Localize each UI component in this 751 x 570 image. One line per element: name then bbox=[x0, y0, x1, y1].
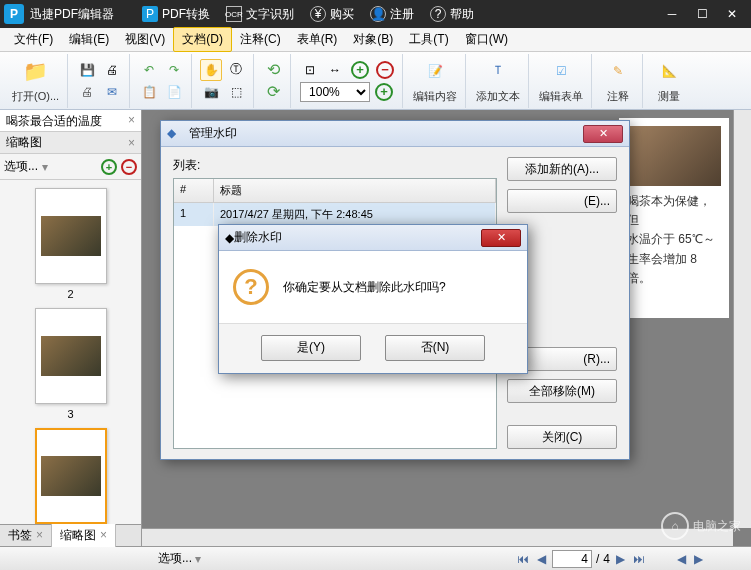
thumb-zoom-out-icon[interactable]: − bbox=[121, 159, 137, 175]
vertical-scrollbar[interactable] bbox=[733, 110, 751, 528]
page-image bbox=[627, 126, 721, 186]
top-help[interactable]: ?帮助 bbox=[430, 6, 474, 23]
page-navigator: ⏮ ◀ / 4 ▶ ⏭ ◀ ▶ bbox=[515, 550, 705, 568]
copy-icon[interactable]: 📋 bbox=[138, 81, 160, 103]
rotate-cw-icon[interactable]: ⟳ bbox=[262, 81, 284, 103]
thumbnail-page-2[interactable]: 2 bbox=[26, 188, 116, 300]
thumb-zoom-in-icon[interactable]: + bbox=[101, 159, 117, 175]
thumbnails-panel-header: 缩略图 × bbox=[0, 132, 141, 154]
ribbon-edit-form[interactable]: ☑ 编辑表单 bbox=[531, 54, 592, 108]
undo-icon[interactable]: ↶ bbox=[138, 59, 160, 81]
last-page-button[interactable]: ⏭ bbox=[631, 552, 647, 566]
next-page-button[interactable]: ▶ bbox=[614, 552, 627, 566]
dialog-close-button[interactable]: ✕ bbox=[583, 125, 623, 143]
ribbon-zoom-group: ⊡ ↔ + − 100% + bbox=[293, 54, 403, 108]
thumbnail-page-3[interactable]: 3 bbox=[26, 308, 116, 420]
column-title[interactable]: 标题 bbox=[214, 179, 496, 202]
ribbon-annotate[interactable]: ✎ 注释 bbox=[594, 54, 643, 108]
top-pdf-convert[interactable]: PPDF转换 bbox=[142, 6, 210, 23]
snapshot-icon[interactable]: 📷 bbox=[200, 81, 222, 103]
confirm-close-button[interactable]: ✕ bbox=[481, 229, 521, 247]
column-number[interactable]: # bbox=[174, 179, 214, 202]
menu-view[interactable]: 视图(V) bbox=[117, 28, 173, 51]
zoom-in-icon[interactable]: + bbox=[349, 59, 371, 81]
thumbnails-options-bar: 选项... ▾ + − bbox=[0, 154, 141, 180]
dialog-title-text: 管理水印 bbox=[189, 125, 237, 142]
page-number-input[interactable] bbox=[552, 550, 592, 568]
printer-icon[interactable]: 🖨 bbox=[76, 81, 98, 103]
menu-form[interactable]: 表单(R) bbox=[289, 28, 346, 51]
zoom-out-icon[interactable]: − bbox=[374, 59, 396, 81]
app-logo-icon: P bbox=[4, 4, 24, 24]
title-bar: P 迅捷PDF编辑器 PPDF转换 OCR文字识别 ¥购买 👤注册 ?帮助 ─ … bbox=[0, 0, 751, 28]
ribbon-history-group: ↶ ↷ 📋 📄 bbox=[132, 54, 192, 108]
yen-icon: ¥ bbox=[310, 6, 326, 22]
menu-tools[interactable]: 工具(T) bbox=[401, 28, 456, 51]
prev-page-button[interactable]: ◀ bbox=[535, 552, 548, 566]
remove-all-button[interactable]: 全部移除(M) bbox=[507, 379, 617, 403]
menu-document[interactable]: 文档(D) bbox=[173, 27, 232, 52]
confirm-message: 你确定要从文档删除此水印吗? bbox=[283, 279, 446, 296]
edit-form-icon: ☑ bbox=[545, 58, 577, 84]
nav-forward-button[interactable]: ▶ bbox=[692, 552, 705, 566]
mail-icon[interactable]: ✉ bbox=[101, 81, 123, 103]
tab-thumbnails[interactable]: 缩略图× bbox=[52, 524, 116, 547]
ribbon-add-text[interactable]: Ｔ 添加文本 bbox=[468, 54, 529, 108]
annotate-icon: ✎ bbox=[602, 58, 634, 84]
no-button[interactable]: 否(N) bbox=[385, 335, 485, 361]
horizontal-scrollbar[interactable] bbox=[142, 528, 733, 546]
top-register[interactable]: 👤注册 bbox=[370, 6, 414, 23]
zoom-plus-icon[interactable]: + bbox=[373, 81, 395, 103]
menu-file[interactable]: 文件(F) bbox=[6, 28, 61, 51]
top-buy[interactable]: ¥购买 bbox=[310, 6, 354, 23]
close-button[interactable]: 关闭(C) bbox=[507, 425, 617, 449]
window-close-button[interactable]: ✕ bbox=[717, 0, 747, 28]
window-maximize-button[interactable]: ☐ bbox=[687, 0, 717, 28]
thumbnail-page-4[interactable]: 4 bbox=[26, 428, 116, 524]
rotate-ccw-icon[interactable]: ⟲ bbox=[262, 59, 284, 81]
panel-close-icon[interactable]: × bbox=[128, 136, 135, 150]
open-label: 打开(O)... bbox=[12, 89, 59, 104]
zoom-select[interactable]: 100% bbox=[300, 82, 370, 102]
confirm-titlebar[interactable]: ◆ 删除水印 ✕ bbox=[219, 225, 527, 251]
print-icon[interactable]: 🖨 bbox=[101, 59, 123, 81]
edit-button[interactable]: (E)... bbox=[507, 189, 617, 213]
menu-object[interactable]: 对象(B) bbox=[345, 28, 401, 51]
document-tab[interactable]: 喝茶最合适的温度 × bbox=[0, 110, 141, 132]
redo-icon[interactable]: ↷ bbox=[163, 59, 185, 81]
text-select-icon[interactable]: Ⓣ bbox=[225, 59, 247, 81]
thumbnails-list[interactable]: 2 3 4 bbox=[0, 180, 141, 524]
select-icon[interactable]: ⬚ bbox=[225, 81, 247, 103]
first-page-button[interactable]: ⏮ bbox=[515, 552, 531, 566]
open-icon[interactable]: 📁 bbox=[20, 58, 52, 84]
delete-watermark-confirm-dialog: ◆ 删除水印 ✕ ? 你确定要从文档删除此水印吗? 是(Y) 否(N) bbox=[218, 224, 528, 374]
status-options[interactable]: 选项... ▾ bbox=[158, 550, 201, 567]
house-icon: ⌂ bbox=[661, 512, 689, 540]
ribbon-file-group: 💾 🖨 🖨 ✉ bbox=[70, 54, 130, 108]
sidebar-tabs: 书签× 缩略图× bbox=[0, 524, 141, 546]
yes-button[interactable]: 是(Y) bbox=[261, 335, 361, 361]
add-new-button[interactable]: 添加新的(A)... bbox=[507, 157, 617, 181]
ribbon-edit-content[interactable]: 📝 编辑内容 bbox=[405, 54, 466, 108]
site-watermark: ⌂ 电脑之家 bbox=[661, 512, 741, 540]
dialog-icon: ◆ bbox=[167, 126, 183, 142]
ribbon-measure[interactable]: 📐 测量 bbox=[645, 54, 693, 108]
thumb-options-button[interactable]: 选项... bbox=[4, 158, 38, 175]
fit-width-icon[interactable]: ↔ bbox=[324, 59, 346, 81]
hand-tool-icon[interactable]: ✋ bbox=[200, 59, 222, 81]
menu-comment[interactable]: 注释(C) bbox=[232, 28, 289, 51]
save-icon[interactable]: 💾 bbox=[76, 59, 98, 81]
top-ocr[interactable]: OCR文字识别 bbox=[226, 6, 294, 23]
dialog-titlebar[interactable]: ◆ 管理水印 ✕ bbox=[161, 121, 629, 147]
menu-edit[interactable]: 编辑(E) bbox=[61, 28, 117, 51]
fit-page-icon[interactable]: ⊡ bbox=[299, 59, 321, 81]
tab-bookmarks[interactable]: 书签× bbox=[0, 524, 52, 547]
menu-window[interactable]: 窗口(W) bbox=[457, 28, 516, 51]
nav-back-button[interactable]: ◀ bbox=[675, 552, 688, 566]
window-minimize-button[interactable]: ─ bbox=[657, 0, 687, 28]
watermark-row[interactable]: 1 2017/4/27 星期四, 下午 2:48:45 bbox=[174, 203, 496, 226]
ribbon-open-group: 📁 打开(O)... bbox=[4, 54, 68, 108]
help-icon: ? bbox=[430, 6, 446, 22]
confirm-icon: ◆ bbox=[225, 231, 234, 245]
paste-icon[interactable]: 📄 bbox=[163, 81, 185, 103]
